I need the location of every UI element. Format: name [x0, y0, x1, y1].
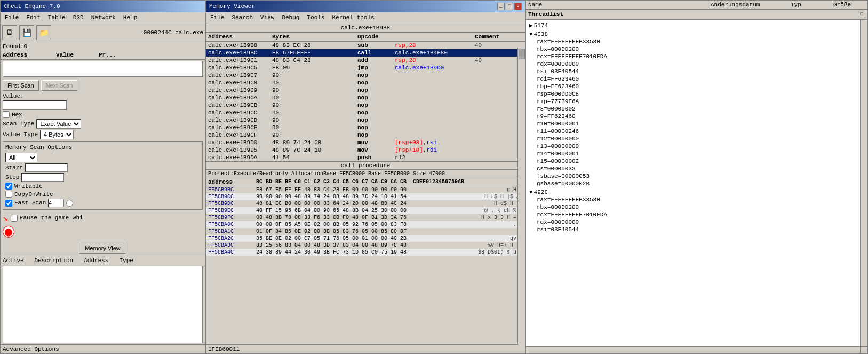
mv-status-bar: 1FEB60011 — [206, 344, 525, 353]
mv-menu-search[interactable]: Search — [228, 13, 256, 22]
asm-opcode: add — [357, 57, 395, 64]
copy-on-write-row: CopyOnWrite — [5, 191, 200, 198]
menu-help[interactable]: Help — [120, 13, 140, 22]
stop-input[interactable] — [21, 173, 64, 182]
stop-scan-button[interactable]: ⬤ — [3, 226, 14, 238]
asm-row[interactable]: calc.exe+1B9C8 90 nop — [206, 79, 525, 86]
mv-scroll-thumb[interactable] — [519, 49, 525, 59]
mv-address-bar[interactable]: calc.exe+1B9B8 — [206, 23, 525, 33]
value-input[interactable] — [3, 100, 67, 110]
hex-row[interactable]: FF5CB9BC E8 67 F5 FF FF 48 83 C4 28 EB 0… — [206, 186, 525, 193]
reg-gsbase: gsbase=0000002B — [536, 180, 859, 187]
hex-row[interactable]: FF5CB9EC 40 FF 15 95 6B 04 00 90 65 48 8… — [206, 207, 525, 214]
ce-save-icon[interactable]: 📁 — [36, 25, 51, 40]
asm-addr: calc.exe+1B9C8 — [208, 80, 272, 86]
pause-checkbox[interactable] — [11, 215, 18, 222]
asm-row[interactable]: calc.exe+1B9DA 41 54 push r12 — [206, 154, 525, 161]
tl-col-date: Änderungsdatum — [711, 2, 791, 8]
memory-options-title: Memory Scan Options — [5, 144, 200, 151]
tl-scrollbar[interactable] — [860, 20, 867, 346]
asm-row[interactable]: calc.exe+1B9C9 90 nop — [206, 86, 525, 94]
tl-bottom-scroll[interactable] — [526, 347, 860, 353]
menu-d3d[interactable]: D3D — [70, 13, 87, 22]
hex-bytes: 40 FF 15 95 6B 04 00 90 65 48 8B 04 25 3… — [256, 208, 482, 214]
asm-row[interactable]: calc.exe+1B9B8 48 83 EC 28 sub rsp,28 40 — [206, 42, 525, 49]
hex-checkbox[interactable] — [3, 111, 10, 118]
thread-row-5174[interactable]: ▶ 5174 — [527, 21, 859, 29]
mv-menu-kernel[interactable]: Kernel tools — [329, 13, 377, 22]
tl-maximize-button[interactable]: □ — [858, 11, 865, 18]
mv-minimize-button[interactable]: _ — [497, 3, 505, 10]
reg-rax: rax=FFFFFFFFB33580 — [536, 38, 859, 45]
mv-menu-tools[interactable]: Tools — [304, 13, 328, 22]
start-input[interactable] — [25, 163, 68, 172]
reg-r13: r13=00000000 — [536, 143, 859, 150]
mv-maximize-button[interactable]: □ — [506, 3, 513, 10]
hex-row[interactable]: FF5CBA2C 85 BE 0E 02 00 C7 05 71 76 05 0… — [206, 235, 525, 242]
asm-row[interactable]: calc.exe+1B9CF 90 nop — [206, 131, 525, 139]
fast-scan-checkbox[interactable] — [5, 200, 12, 207]
tl-bottom-bar — [526, 346, 867, 353]
asm-row[interactable]: calc.exe+1B9C1 48 83 C4 28 add rsp,28 40 — [206, 57, 525, 64]
asm-row[interactable]: calc.exe+1B9BC E8 67F5FFFF call calc.exe… — [206, 49, 525, 57]
asm-opcode: nop — [357, 87, 395, 93]
writable-checkbox[interactable] — [5, 183, 12, 190]
asm-row[interactable]: calc.exe+1B9D0 48 89 74 24 08 mov [rsp+0… — [206, 139, 525, 146]
memory-view-button[interactable]: Memory View — [79, 243, 126, 254]
fast-scan-radio[interactable] — [66, 200, 73, 207]
menu-edit[interactable]: Edit — [23, 13, 43, 22]
mv-menu-view[interactable]: View — [257, 13, 277, 22]
asm-row[interactable]: calc.exe+1B9CB 90 nop — [206, 101, 525, 109]
advanced-options: Advanced Options — [1, 344, 205, 353]
hex-row[interactable]: FF5CBA0C 00 00 0F 85 A5 0E 02 00 8B 05 9… — [206, 221, 525, 228]
thread-id-492c: 492C — [534, 189, 548, 195]
mv-menu-file[interactable]: File — [207, 13, 227, 22]
hex-addr: FF5CB9FC — [208, 215, 256, 221]
fast-scan-input[interactable] — [48, 199, 64, 207]
ce-add-icon[interactable]: 💾 — [19, 25, 34, 40]
thread-row-492c[interactable]: ▼ 492C — [527, 188, 859, 196]
thread-row-4c38[interactable]: ▼ 4C38 — [527, 30, 859, 38]
asm-bytes: 90 — [272, 102, 357, 108]
first-scan-button[interactable]: First Scan — [3, 80, 39, 91]
asm-row[interactable]: calc.exe+1B9D5 48 89 7C 24 10 mov [rsp+1… — [206, 146, 525, 154]
ce-computer-icon[interactable]: 🖥 — [2, 25, 17, 40]
mv-scrollbar[interactable] — [517, 48, 525, 345]
hex-bytes: 00 00 0F 85 A5 0E 02 00 8B 05 92 76 05 0… — [256, 222, 511, 227]
mv-close-button[interactable]: ✕ — [514, 3, 522, 10]
mv-menu-debug[interactable]: Debug — [278, 13, 302, 22]
col-active: Active — [3, 257, 24, 264]
value-type-select[interactable]: 4 Bytes — [40, 130, 74, 139]
asm-row[interactable]: calc.exe+1B9CE 90 nop — [206, 124, 525, 131]
menu-file[interactable]: File — [2, 13, 22, 22]
reg-r8: r8=00000002 — [536, 105, 859, 113]
asm-bytes: 90 — [272, 109, 357, 116]
mv-hex-addr-header: address — [208, 179, 256, 185]
hex-row[interactable]: FF5CB9FC 00 48 8B 78 08 33 F6 33 C0 F0 4… — [206, 214, 525, 221]
next-scan-button[interactable]: Next Scan — [41, 80, 78, 91]
scan-type-select[interactable]: Exact Value — [36, 119, 81, 129]
asm-comment — [475, 50, 523, 56]
hex-addr: FF5CBA3C — [208, 242, 256, 248]
all-select[interactable]: All — [5, 153, 37, 162]
asm-comment — [475, 132, 523, 138]
menu-table[interactable]: Table — [45, 13, 69, 22]
asm-row[interactable]: calc.exe+1B9C5 EB 09 jmp calc.exe+1B9D0 — [206, 64, 525, 72]
hex-row[interactable]: FF5CBA3C 8D 25 56 83 04 00 48 3D 37 83 0… — [206, 242, 525, 249]
mv-titlebar-buttons: _ □ ✕ — [497, 3, 522, 10]
hex-row[interactable]: FF5CBA1C 01 0F 84 B5 0E 02 00 8B 05 83 7… — [206, 228, 525, 235]
hex-addr: FF5CB9BC — [208, 187, 256, 193]
asm-addr: calc.exe+1B9C1 — [208, 57, 272, 64]
hex-row[interactable]: FF5CB9CC 90 90 90 90 48 89 74 24 08 48 8… — [206, 193, 525, 200]
asm-operands: calc.exe+1B4F80 — [395, 50, 475, 56]
copy-on-write-checkbox[interactable] — [5, 191, 12, 198]
hex-row[interactable]: FF5CB9DC 48 81 EC B0 00 00 00 83 64 24 2… — [206, 200, 525, 207]
hex-row[interactable]: FF5CBA4C 24 38 89 44 24 30 49 3B FC 73 1… — [206, 249, 525, 256]
asm-row[interactable]: calc.exe+1B9CA 90 nop — [206, 94, 525, 101]
asm-operands — [395, 117, 475, 123]
asm-row[interactable]: calc.exe+1B9C7 90 nop — [206, 72, 525, 79]
mv-col-operands — [395, 34, 475, 40]
asm-row[interactable]: calc.exe+1B9CC 90 nop — [206, 109, 525, 116]
asm-row[interactable]: calc.exe+1B9CD 90 nop — [206, 116, 525, 124]
menu-network[interactable]: Network — [88, 13, 119, 22]
